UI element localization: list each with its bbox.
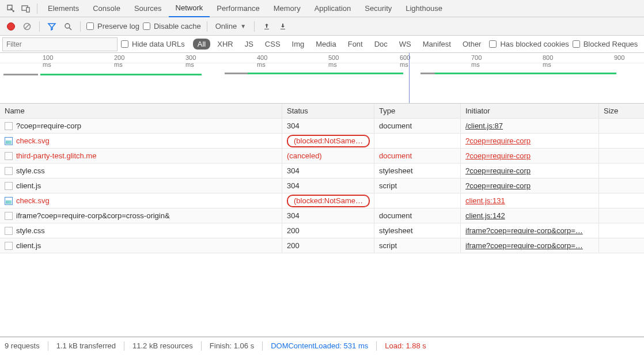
pill-xhr[interactable]: XHR <box>213 39 237 50</box>
pill-media[interactable]: Media <box>311 39 340 50</box>
document-file-icon <box>5 212 13 220</box>
document-file-icon <box>5 152 13 160</box>
svg-rect-1 <box>26 7 29 12</box>
request-name: client.js <box>16 181 41 190</box>
download-icon[interactable] <box>276 20 289 33</box>
filter-icon[interactable] <box>46 20 58 33</box>
inspect-icon[interactable] <box>3 1 18 16</box>
table-row[interactable]: check.svg(blocked:NotSame…client.js:131 <box>0 193 644 208</box>
col-name[interactable]: Name <box>0 104 282 118</box>
throttling-select[interactable]: Online ▼ <box>213 22 248 31</box>
footer-finish: Finish: 1.06 s <box>210 341 254 350</box>
request-name: third-party-test.glitch.me <box>16 151 96 160</box>
image-file-icon <box>5 137 13 145</box>
status-bar: 9 requests 1.1 kB transferred 11.2 kB re… <box>0 337 644 354</box>
table-row[interactable]: third-party-test.glitch.me(canceled)docu… <box>0 149 644 164</box>
footer-dcl: DOMContentLoaded: 531 ms <box>271 341 368 350</box>
footer-requests: 9 requests <box>5 341 40 350</box>
document-file-icon <box>5 242 13 250</box>
tab-sources[interactable]: Sources <box>127 0 169 17</box>
initiator-link[interactable]: /client.js:87 <box>465 121 503 130</box>
pill-img[interactable]: Img <box>287 39 309 50</box>
col-status[interactable]: Status <box>282 104 374 118</box>
table-row[interactable]: ?coep=require-corp304document/client.js:… <box>0 119 644 134</box>
has-blocked-cookies-checkbox[interactable]: Has blocked cookies <box>489 40 569 48</box>
pill-css[interactable]: CSS <box>260 39 285 50</box>
pill-all[interactable]: All <box>193 39 210 50</box>
document-file-icon <box>5 227 13 235</box>
clear-button[interactable] <box>21 20 33 33</box>
request-name: iframe?coep=require-corp&corp=cross-orig… <box>16 211 170 220</box>
pill-other[interactable]: Other <box>458 39 486 50</box>
footer-load: Load: 1.88 s <box>385 341 426 350</box>
search-icon[interactable] <box>62 20 74 33</box>
footer-transferred: 1.1 kB transferred <box>56 341 116 350</box>
svg-line-3 <box>25 24 29 29</box>
tab-application[interactable]: Application <box>308 0 358 17</box>
status-badge: (blocked:NotSame… <box>287 195 370 207</box>
initiator-link[interactable]: iframe?coep=require-corp&corp=… <box>465 241 583 250</box>
tab-security[interactable]: Security <box>358 0 399 17</box>
svg-point-4 <box>65 24 70 28</box>
table-row[interactable]: client.js200scriptiframe?coep=require-co… <box>0 238 644 253</box>
initiator-link[interactable]: ?coep=require-corp <box>465 136 531 145</box>
initiator-link[interactable]: client.js:142 <box>465 211 505 220</box>
initiator-link[interactable]: ?coep=require-corp <box>465 181 531 190</box>
pill-manifest[interactable]: Manifest <box>418 39 456 50</box>
table-row[interactable]: style.css200stylesheetiframe?coep=requir… <box>0 223 644 238</box>
request-name: check.svg <box>16 136 50 145</box>
status-badge: (blocked:NotSame… <box>287 135 370 147</box>
table-row[interactable]: iframe?coep=require-corp&corp=cross-orig… <box>0 208 644 223</box>
table-row[interactable]: check.svg(blocked:NotSame…?coep=require-… <box>0 134 644 149</box>
tab-network[interactable]: Network <box>169 0 210 17</box>
request-name: client.js <box>16 241 41 250</box>
initiator-link[interactable]: ?coep=require-corp <box>465 166 531 175</box>
preserve-log-checkbox[interactable]: Preserve log <box>86 22 139 31</box>
pill-ws[interactable]: WS <box>395 39 416 50</box>
hide-data-urls-checkbox[interactable]: Hide data URLs <box>121 40 185 48</box>
tab-console[interactable]: Console <box>86 0 127 17</box>
chevron-down-icon: ▼ <box>240 23 246 29</box>
footer-resources: 11.2 kB resources <box>132 341 193 350</box>
tab-elements[interactable]: Elements <box>41 0 86 17</box>
table-header: Name Status Type Initiator Size <box>0 104 644 119</box>
pill-doc[interactable]: Doc <box>370 39 392 50</box>
svg-line-5 <box>69 28 71 30</box>
disable-cache-checkbox[interactable]: Disable cache <box>143 22 201 31</box>
upload-icon[interactable] <box>260 20 273 33</box>
col-size[interactable]: Size <box>599 104 644 118</box>
pill-js[interactable]: JS <box>240 39 258 50</box>
col-type[interactable]: Type <box>374 104 461 118</box>
document-file-icon <box>5 167 13 175</box>
document-file-icon <box>5 122 13 130</box>
timeline-overview[interactable]: 100 ms200 ms300 ms400 ms500 ms600 ms700 … <box>0 53 644 104</box>
request-name: ?coep=require-corp <box>16 121 81 130</box>
table-row[interactable]: style.css304stylesheet?coep=require-corp <box>0 164 644 178</box>
filter-input[interactable] <box>2 37 118 51</box>
initiator-link[interactable]: iframe?coep=require-corp&corp=… <box>465 226 583 235</box>
device-toggle-icon[interactable] <box>18 1 33 16</box>
tab-performance[interactable]: Performance <box>210 0 266 17</box>
initiator-link[interactable]: client.js:131 <box>465 196 505 205</box>
pill-font[interactable]: Font <box>343 39 368 50</box>
tab-memory[interactable]: Memory <box>267 0 308 17</box>
table-row[interactable]: client.js304script?coep=require-corp <box>0 178 644 193</box>
image-file-icon <box>5 197 13 205</box>
initiator-link[interactable]: ?coep=require-corp <box>465 151 531 160</box>
request-name: style.css <box>16 226 45 235</box>
request-name: check.svg <box>16 196 50 205</box>
col-initiator[interactable]: Initiator <box>461 104 599 118</box>
blocked-requests-checkbox[interactable]: Blocked Reques <box>573 40 638 48</box>
request-name: style.css <box>16 166 45 175</box>
tab-lighthouse[interactable]: Lighthouse <box>399 0 449 17</box>
document-file-icon <box>5 182 13 190</box>
record-button[interactable] <box>5 20 17 33</box>
